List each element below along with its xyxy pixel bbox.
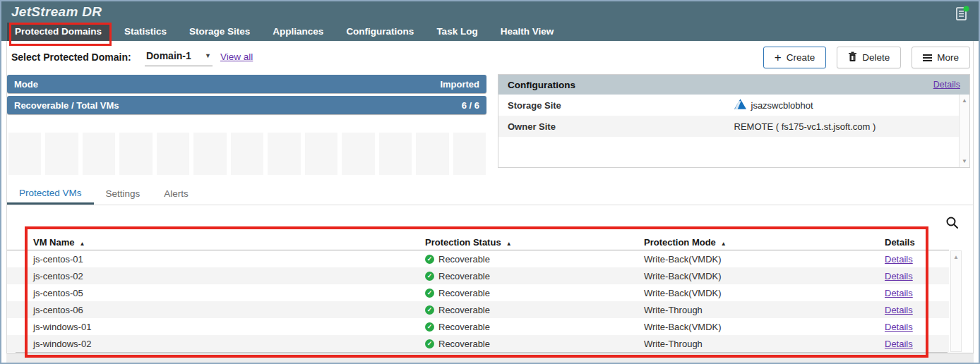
trash-icon (848, 51, 857, 64)
mode-value: Imported (440, 79, 479, 90)
nav-protected-domains[interactable]: Protected Domains (7, 23, 109, 41)
row-details-link[interactable]: Details (885, 322, 913, 332)
sort-asc-icon: ▲ (721, 241, 727, 247)
domain-dropdown[interactable]: Domain-1 ▼ (145, 49, 213, 66)
domain-dropdown-value: Domain-1 (146, 50, 191, 61)
sort-asc-icon: ▲ (80, 241, 85, 247)
col-protection-mode[interactable]: Protection Mode▲ (644, 237, 885, 248)
scroll-up-icon[interactable]: ▲ (953, 254, 959, 351)
content-right-border (973, 41, 974, 353)
toolbar-buttons: + Create Delete More (763, 47, 970, 68)
nav-health-view[interactable]: Health View (493, 23, 562, 41)
protection-status: ✓ Recoverable (425, 322, 644, 332)
protection-status: ✓ Recoverable (425, 339, 644, 349)
table-header: VM Name▲ Protection Status▲ Protection M… (7, 234, 949, 250)
table-scrollbar[interactable]: ▲ (950, 250, 962, 352)
row-details-link[interactable]: Details (885, 254, 913, 265)
recoverable-check-icon: ✓ (425, 305, 434, 315)
main-nav: Protected Domains Statistics Storage Sit… (7, 23, 561, 41)
app-header: JetStream DR Protected Domains Statistic… (1, 1, 979, 41)
protection-status: ✓ Recoverable (425, 271, 644, 281)
protected-vms-table: VM Name▲ Protection Status▲ Protection M… (7, 234, 949, 352)
app-logo: JetStream DR (11, 4, 102, 20)
configurations-header: Configurations Details (498, 75, 969, 95)
table-row: js-windows-01 ✓ Recoverable Write-Back(V… (7, 318, 949, 335)
mode-label: Mode (14, 79, 38, 90)
recoverable-check-icon: ✓ (425, 255, 434, 264)
table-row: js-windows-02 ✓ Recoverable Write-Throug… (7, 335, 949, 352)
protection-mode: Write-Back(VMDK) (644, 322, 885, 332)
protection-status: ✓ Recoverable (425, 305, 644, 315)
nav-appliances[interactable]: Appliances (265, 23, 331, 41)
configurations-body: Storage Site jsazswcblobhot Owner Site R… (498, 95, 969, 167)
nav-statistics[interactable]: Statistics (116, 23, 174, 41)
vm-name: js-windows-01 (33, 322, 425, 332)
configurations-panel: Configurations Details Storage Site jsaz… (498, 74, 970, 168)
configurations-title: Configurations (508, 80, 575, 90)
table-row: js-centos-05 ✓ Recoverable Write-Back(VM… (7, 284, 949, 301)
recoverable-vms-bar: Recoverable / Total VMs 6 / 6 (7, 96, 486, 114)
row-details-link[interactable]: Details (885, 288, 913, 298)
storage-site-value: jsazswcblobhot (751, 100, 813, 111)
recoverable-check-icon: ✓ (425, 272, 434, 281)
tab-alerts[interactable]: Alerts (152, 183, 201, 205)
bottom-scroll-strip (6, 353, 974, 363)
recoverable-vms-label: Recoverable / Total VMs (14, 100, 119, 111)
col-vm-name[interactable]: VM Name▲ (33, 237, 425, 248)
vm-name: js-centos-02 (33, 271, 425, 281)
more-button[interactable]: More (912, 47, 970, 68)
recoverable-vms-value: 6 / 6 (462, 100, 479, 111)
protection-mode: Write-Through (644, 339, 885, 349)
tab-protected-vms[interactable]: Protected VMs (7, 183, 94, 205)
scroll-up-icon[interactable]: ▲ (962, 97, 967, 104)
configurations-details-link[interactable]: Details (933, 80, 960, 90)
tabs-divider (7, 205, 973, 205)
domain-toolbar: Select Protected Domain: Domain-1 ▼ View… (1, 41, 979, 74)
protection-mode: Write-Back(VMDK) (644, 254, 885, 265)
col-details: Details (885, 237, 949, 248)
col-protection-status[interactable]: Protection Status▲ (425, 237, 644, 248)
table-row: js-centos-06 ✓ Recoverable Write-Through… (7, 301, 949, 318)
menu-icon (923, 54, 932, 61)
config-row-storage-site: Storage Site jsazswcblobhot (498, 95, 969, 116)
config-scrollbar[interactable]: ▲ ▼ (959, 95, 969, 167)
row-details-link[interactable]: Details (885, 305, 913, 315)
protection-status: ✓ Recoverable (425, 288, 644, 298)
select-domain-label: Select Protected Domain: (11, 51, 131, 63)
vm-name: js-windows-02 (33, 339, 425, 349)
view-all-link[interactable]: View all (220, 51, 253, 62)
protection-mode: Write-Back(VMDK) (644, 288, 885, 298)
delete-button[interactable]: Delete (837, 47, 901, 68)
row-details-link[interactable]: Details (885, 271, 913, 281)
stats-placeholder-grid (8, 133, 486, 175)
vm-name: js-centos-05 (33, 288, 425, 298)
create-button[interactable]: + Create (763, 47, 826, 68)
chevron-down-icon: ▼ (205, 52, 211, 59)
protection-mode: Write-Back(VMDK) (644, 271, 885, 281)
jetstream-dr-window: JetStream DR Protected Domains Statistic… (0, 0, 980, 364)
vm-name: js-centos-06 (33, 305, 425, 315)
detail-tabs: Protected VMs Settings Alerts (7, 183, 201, 205)
table-row: js-centos-02 ✓ Recoverable Write-Back(VM… (7, 267, 949, 284)
recoverable-check-icon: ✓ (425, 339, 434, 348)
protection-mode: Write-Through (644, 305, 885, 315)
nav-configurations[interactable]: Configurations (338, 23, 422, 41)
mode-summary-bar: Mode Imported (7, 75, 486, 93)
recoverable-check-icon: ✓ (425, 322, 434, 332)
task-report-icon[interactable] (955, 5, 970, 22)
protection-status: ✓ Recoverable (425, 254, 644, 265)
recoverable-check-icon: ✓ (425, 289, 434, 298)
table-row: js-centos-01 ✓ Recoverable Write-Back(VM… (7, 250, 949, 267)
search-icon[interactable] (945, 216, 959, 229)
row-details-link[interactable]: Details (885, 339, 913, 349)
config-row-owner-site: Owner Site REMOTE ( fs175-vc1.st.jsoft.c… (498, 116, 969, 137)
vm-name: js-centos-01 (33, 254, 425, 265)
scroll-down-icon[interactable]: ▼ (962, 158, 967, 164)
content-left-border (6, 41, 7, 353)
nav-storage-sites[interactable]: Storage Sites (181, 23, 258, 41)
tab-settings[interactable]: Settings (94, 183, 153, 205)
nav-task-log[interactable]: Task Log (429, 23, 485, 41)
azure-icon (734, 99, 746, 111)
plus-icon: + (775, 51, 782, 63)
sort-asc-icon: ▲ (506, 241, 512, 247)
